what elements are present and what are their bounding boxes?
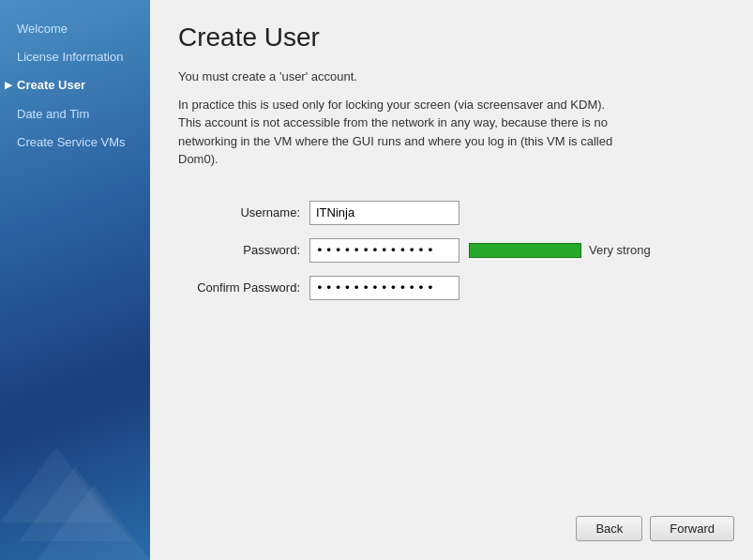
page-title: Create User xyxy=(178,23,725,53)
username-row: Username: xyxy=(178,201,725,225)
password-strength-bar xyxy=(469,243,581,258)
password-input[interactable] xyxy=(309,238,459,263)
button-row: Back Forward xyxy=(576,516,734,541)
sidebar-item-date-and-time[interactable]: Date and Tim xyxy=(0,100,150,129)
confirm-password-input[interactable] xyxy=(309,276,459,300)
detail-text: In practice this is used only for lockin… xyxy=(178,96,628,169)
user-form: Username: Password: Very strong Confirm … xyxy=(178,201,725,300)
main-content: Create User You must create a 'user' acc… xyxy=(150,0,753,560)
confirm-password-label: Confirm Password: xyxy=(178,280,309,295)
description-area: You must create a 'user' account. In pra… xyxy=(178,68,628,178)
sidebar: Welcome License Information Create User … xyxy=(0,0,150,560)
username-label: Username: xyxy=(178,205,309,219)
sidebar-item-create-user[interactable]: Create User xyxy=(0,71,150,99)
forward-button[interactable]: Forward xyxy=(650,516,734,541)
confirm-password-row: Confirm Password: xyxy=(178,276,725,300)
password-row: Password: Very strong xyxy=(178,238,725,263)
password-strength-label: Very strong xyxy=(589,243,651,257)
back-button[interactable]: Back xyxy=(576,516,642,541)
password-label: Password: xyxy=(178,243,309,257)
sidebar-item-welcome[interactable]: Welcome xyxy=(0,15,150,43)
intro-text: You must create a 'user' account. xyxy=(178,68,628,86)
sidebar-item-create-service-vms[interactable]: Create Service VMs xyxy=(0,129,150,157)
username-input[interactable] xyxy=(309,201,459,225)
sidebar-item-license-information[interactable]: License Information xyxy=(0,43,150,71)
